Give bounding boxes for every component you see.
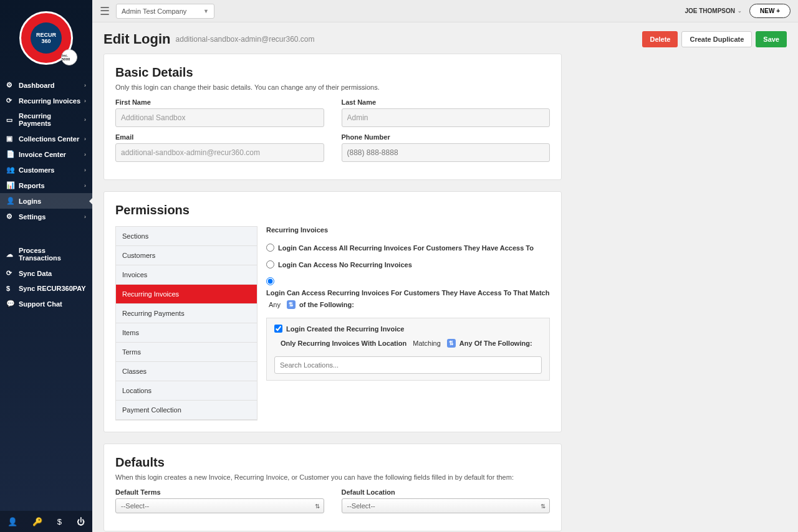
location-search-input[interactable]	[274, 356, 542, 374]
perm-tab-customers[interactable]: Customers	[116, 246, 257, 265]
company-select[interactable]: Admin Test Company ▼	[116, 4, 214, 19]
user-name: JOE THOMPSON	[685, 7, 735, 14]
nav-label: Recurring Invoices	[19, 97, 84, 105]
nav-icon: ⚙	[6, 212, 15, 221]
dropdown-icon[interactable]: ⇅	[447, 339, 456, 348]
sidebar-item-process-transactions[interactable]: ☁Process Transactions	[0, 243, 92, 265]
dollar-icon[interactable]: $	[57, 517, 62, 526]
sidebar-item-sync-recur360pay[interactable]: $Sync RECUR360PAY	[0, 281, 92, 296]
perm-tab-locations[interactable]: Locations	[116, 381, 257, 401]
logo-main-text: RECUR	[36, 32, 56, 38]
default-terms-value: --Select--	[121, 502, 149, 510]
sidebar-item-settings[interactable]: ⚙Settings›	[0, 209, 92, 224]
chevron-down-icon: ⌄	[738, 8, 742, 14]
permissions-title: Permissions	[115, 203, 550, 217]
perm-tab-terms[interactable]: Terms	[116, 343, 257, 362]
checkbox-created[interactable]	[274, 325, 282, 333]
perm-tab-items[interactable]: Items	[116, 323, 257, 343]
perm-opt3a-label: Login Can Access Recurring Invoices For …	[266, 289, 549, 297]
nav-label: Collections Center	[19, 135, 84, 143]
perm-option-all[interactable]: Login Can Access All Recurring Invoices …	[266, 244, 550, 252]
perm-sub2b-label: Matching	[410, 340, 443, 347]
perm-sub2a-label: Only Recurring Invoices With Location	[281, 340, 406, 347]
default-location-select[interactable]: --Select--	[342, 498, 550, 513]
nav-icon: 📄	[6, 150, 15, 158]
email-input[interactable]	[115, 143, 324, 162]
perm-heading: Recurring Invoices	[266, 226, 550, 234]
save-button[interactable]: Save	[756, 31, 787, 47]
duplicate-button[interactable]: Create Duplicate	[681, 31, 752, 47]
page-title: Edit Login	[103, 31, 171, 47]
nav-icon: ▭	[6, 116, 15, 124]
perm-tab-recurring-payments[interactable]: Recurring Payments	[116, 304, 257, 323]
permissions-content: Recurring Invoices Login Can Access All …	[266, 226, 550, 420]
perm-chk1-label: Login Created the Recurring Invoice	[286, 325, 404, 333]
sidebar-item-collections-center[interactable]: ▣Collections Center›	[0, 131, 92, 146]
caret-down-icon: ▼	[203, 8, 209, 14]
permissions-panel: Permissions SectionsCustomersInvoicesRec…	[103, 191, 562, 432]
user-icon[interactable]: 👤	[7, 517, 17, 526]
sidebar-item-dashboard[interactable]: ⚙Dashboard›	[0, 77, 92, 93]
sidebar-item-logins[interactable]: 👤Logins	[0, 193, 92, 209]
perm-option-none[interactable]: Login Can Access No Recurring Invoices	[266, 260, 550, 268]
email-label: Email	[115, 133, 324, 141]
power-icon[interactable]: ⏻	[77, 517, 85, 526]
perm-option-match[interactable]: Login Can Access Recurring Invoices For …	[266, 277, 550, 309]
sidebar-item-recurring-payments[interactable]: ▭Recurring Payments›	[0, 108, 92, 131]
nav-icon: 👤	[6, 197, 15, 205]
chevron-right-icon: ›	[84, 151, 86, 158]
radio-match[interactable]	[266, 277, 274, 285]
key-icon[interactable]: 🔑	[32, 517, 42, 526]
hamburger-icon[interactable]: ☰	[100, 4, 110, 18]
logo: RECUR 360 Inc. 5000	[0, 0, 92, 71]
radio-all[interactable]	[266, 244, 274, 252]
page-subtitle: additional-sandbox-admin@recur360.com	[176, 35, 315, 44]
sidebar-item-invoice-center[interactable]: 📄Invoice Center›	[0, 146, 92, 162]
sidebar-item-reports[interactable]: 📊Reports›	[0, 178, 92, 193]
perm-opt1-label: Login Can Access All Recurring Invoices …	[278, 244, 534, 252]
content: Edit Login additional-sandbox-admin@recu…	[92, 22, 798, 532]
nav-label: Sync RECUR360PAY	[19, 285, 86, 292]
radio-none[interactable]	[266, 260, 274, 268]
perm-opt3b-label: Any	[266, 301, 283, 308]
new-button[interactable]: NEW +	[749, 4, 791, 18]
nav-icon: ⟳	[6, 269, 15, 277]
nav-secondary: ☁Process Transactions⟳Sync Data$Sync REC…	[0, 243, 92, 377]
chevron-right-icon: ›	[84, 116, 86, 123]
perm-tab-recurring-invoices[interactable]: Recurring Invoices	[116, 285, 257, 304]
nav-label: Settings	[19, 213, 84, 221]
default-terms-label: Default Terms	[115, 488, 324, 496]
nav-label: Customers	[19, 166, 84, 174]
nav-icon: ⟳	[6, 97, 15, 105]
chevron-right-icon: ›	[84, 214, 86, 220]
user-menu[interactable]: JOE THOMPSON ⌄	[685, 7, 742, 14]
last-name-input[interactable]	[342, 108, 550, 127]
perm-tab-sections[interactable]: Sections	[116, 227, 257, 246]
chevron-right-icon: ›	[84, 183, 86, 189]
perm-tab-classes[interactable]: Classes	[116, 362, 257, 381]
sidebar-item-support-chat[interactable]: 💬Support Chat	[0, 296, 92, 311]
bottom-bar: 👤 🔑 $ ⏻	[0, 511, 92, 532]
nav-label: Support Chat	[19, 300, 86, 308]
perm-tab-invoices[interactable]: Invoices	[116, 265, 257, 285]
default-terms-select[interactable]: --Select--	[115, 498, 324, 513]
perm-sub-location: Only Recurring Invoices With Location Ma…	[281, 339, 542, 348]
default-location-label: Default Location	[342, 488, 550, 496]
chevron-right-icon: ›	[84, 82, 86, 88]
sidebar-item-recurring-invoices[interactable]: ⟳Recurring Invoices›	[0, 93, 92, 108]
sidebar-item-customers[interactable]: 👥Customers›	[0, 162, 92, 178]
phone-input[interactable]	[342, 143, 550, 162]
nav-icon: ☁	[6, 250, 15, 259]
permissions-tabs: SectionsCustomersInvoicesRecurring Invoi…	[115, 226, 257, 420]
defaults-subtitle: When this login creates a new Invoice, R…	[115, 473, 550, 481]
sidebar-item-sync-data[interactable]: ⟳Sync Data	[0, 265, 92, 281]
dropdown-icon[interactable]: ⇅	[287, 300, 296, 309]
nav-label: Invoice Center	[19, 151, 84, 158]
delete-button[interactable]: Delete	[642, 31, 678, 47]
page-header: Edit Login additional-sandbox-admin@recu…	[103, 31, 787, 47]
perm-chk1[interactable]: Login Created the Recurring Invoice	[274, 325, 542, 333]
nav-label: Process Transactions	[19, 247, 86, 262]
first-name-input[interactable]	[115, 108, 324, 127]
nav-label: Recurring Payments	[19, 112, 84, 127]
perm-tab-payment-collection[interactable]: Payment Collection	[116, 401, 257, 420]
